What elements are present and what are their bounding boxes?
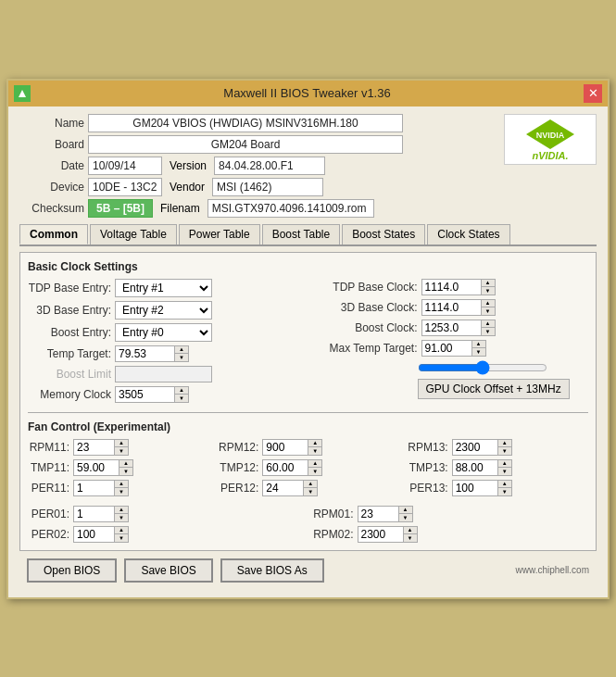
per02-up[interactable]: ▲ [115, 527, 128, 534]
per02-label: PER02: [28, 528, 69, 541]
per13-input[interactable] [452, 480, 498, 496]
tmp13-input[interactable] [452, 459, 498, 476]
rpm11-spinner: ▲ ▼ [73, 439, 129, 456]
tab-power-table[interactable]: Power Table [179, 224, 260, 244]
board-input[interactable] [88, 135, 403, 154]
close-button[interactable]: ✕ [584, 84, 602, 103]
basic-clock-title: Basic Clock Settings [28, 260, 588, 273]
rpm13-up[interactable]: ▲ [498, 440, 511, 447]
memory-clock-up[interactable]: ▲ [175, 387, 188, 395]
save-bios-as-button[interactable]: Save BIOS As [220, 558, 324, 583]
version-input[interactable] [214, 157, 325, 175]
temp-target-up[interactable]: ▲ [175, 346, 188, 354]
boost-entry-select[interactable]: Entry #0 Entry #1 Entry #2 [115, 323, 212, 342]
per12-input[interactable] [262, 480, 304, 496]
rpm12-up[interactable]: ▲ [308, 440, 321, 447]
three-d-base-clock-up[interactable]: ▲ [482, 300, 495, 307]
tdp-base-entry-select[interactable]: Entry #1 Entry #2 Entry #0 [115, 279, 212, 297]
rpm12-spinner: ▲ ▼ [262, 439, 322, 456]
device-input[interactable] [88, 178, 162, 196]
per02-down[interactable]: ▼ [115, 534, 128, 542]
rpm13-down[interactable]: ▼ [498, 447, 511, 455]
tdp-base-clock-up[interactable]: ▲ [482, 280, 495, 287]
tab-boost-states[interactable]: Boost States [342, 224, 425, 244]
rpm02-down[interactable]: ▼ [404, 534, 417, 542]
rpm11-input[interactable] [73, 439, 115, 456]
three-d-base-clock-input[interactable] [421, 299, 482, 316]
tmp11-label: TMP11: [28, 461, 69, 474]
tmp12-down[interactable]: ▼ [308, 468, 321, 475]
tab-clock-states[interactable]: Clock States [427, 224, 509, 244]
tab-boost-table[interactable]: Boost Table [262, 224, 341, 244]
main-window: Maxwell II BIOS Tweaker v1.36 ✕ Name Boa… [6, 79, 610, 599]
tmp13-up[interactable]: ▲ [498, 460, 511, 468]
filenam-label: Filenam [160, 202, 200, 215]
tmp11-spinner: ▲ ▼ [73, 459, 133, 476]
tdp-base-clock-input[interactable] [421, 279, 482, 295]
three-d-base-clock-down[interactable]: ▼ [482, 307, 495, 315]
fan-control-title: Fan Control (Experimental) [28, 420, 588, 433]
tab-common[interactable]: Common [19, 224, 88, 244]
temp-target-down[interactable]: ▼ [175, 354, 188, 361]
tmp11-input[interactable] [73, 459, 119, 476]
tab-voltage-table[interactable]: Voltage Table [90, 224, 177, 244]
memory-clock-input[interactable] [115, 386, 175, 403]
per01-up[interactable]: ▲ [115, 507, 128, 514]
per11-up[interactable]: ▲ [115, 481, 128, 488]
rpm12-down[interactable]: ▼ [308, 447, 321, 455]
tmp-row: TMP11: ▲ ▼ TMP12: [28, 459, 588, 476]
rpm01-up[interactable]: ▲ [399, 507, 412, 514]
temp-target-spinner: ▲ ▼ [115, 345, 189, 362]
toolbar: Open BIOS Save BIOS Save BIOS As www.chi… [19, 551, 597, 590]
tmp12-input[interactable] [262, 459, 308, 476]
rpm13-input[interactable] [452, 439, 498, 456]
rpm02-up[interactable]: ▲ [404, 527, 417, 534]
per11-down[interactable]: ▼ [115, 488, 128, 495]
boost-clock-down[interactable]: ▼ [482, 328, 495, 335]
per02-input[interactable] [73, 526, 115, 543]
tdp-base-clock-down[interactable]: ▼ [482, 287, 495, 295]
device-label: Device [19, 181, 84, 194]
three-d-base-entry-select[interactable]: Entry #1 Entry #2 Entry #0 [115, 301, 212, 320]
gpu-offset-button[interactable]: GPU Clock Offset + 13MHz [418, 379, 570, 399]
temp-target-input[interactable] [115, 345, 175, 362]
per0x-rpm0x-section: PER01: ▲ ▼ PER02: [28, 506, 588, 543]
memory-clock-spinner: ▲ ▼ [115, 386, 189, 403]
per12-up[interactable]: ▲ [304, 481, 317, 488]
rpm12-input[interactable] [262, 439, 308, 456]
memory-clock-down[interactable]: ▼ [175, 395, 188, 402]
vendor-input[interactable] [212, 178, 323, 196]
date-input[interactable] [88, 157, 162, 175]
name-input[interactable] [88, 114, 403, 132]
rpm02-input[interactable] [358, 526, 404, 543]
tmp13-spinner: ▲ ▼ [452, 459, 512, 476]
tmp12-up[interactable]: ▲ [308, 460, 321, 468]
max-temp-target-down[interactable]: ▼ [472, 348, 485, 356]
per12-down[interactable]: ▼ [304, 488, 317, 495]
rpm11-up[interactable]: ▲ [115, 440, 128, 447]
filenam-input[interactable] [207, 199, 374, 218]
tmp13-down[interactable]: ▼ [498, 468, 511, 475]
open-bios-button[interactable]: Open BIOS [27, 558, 117, 583]
rpm01-input[interactable] [358, 506, 399, 522]
per13-down[interactable]: ▼ [498, 488, 511, 495]
boost-limit-slider[interactable] [418, 360, 547, 375]
boost-clock-up[interactable]: ▲ [482, 320, 495, 328]
per11-input[interactable] [73, 480, 115, 496]
rpm11-label: RPM11: [28, 441, 69, 454]
max-temp-target-input[interactable] [421, 340, 472, 357]
max-temp-target-up[interactable]: ▲ [472, 341, 485, 348]
per13-up[interactable]: ▲ [498, 481, 511, 488]
tmp13-label: TMP13: [407, 461, 448, 474]
per01-down[interactable]: ▼ [115, 514, 128, 521]
tmp11-down[interactable]: ▼ [119, 468, 132, 475]
save-bios-button[interactable]: Save BIOS [124, 558, 212, 583]
window-title: Maxwell II BIOS Tweaker v1.36 [31, 86, 584, 100]
rpm01-down[interactable]: ▼ [399, 514, 412, 521]
boost-clock-input[interactable] [421, 320, 482, 336]
rpm11-down[interactable]: ▼ [115, 447, 128, 455]
watermark: www.chiphell.com [332, 565, 589, 575]
tmp11-up[interactable]: ▲ [119, 460, 132, 468]
memory-clock-label: Memory Clock [28, 388, 111, 401]
per01-input[interactable] [73, 506, 115, 522]
